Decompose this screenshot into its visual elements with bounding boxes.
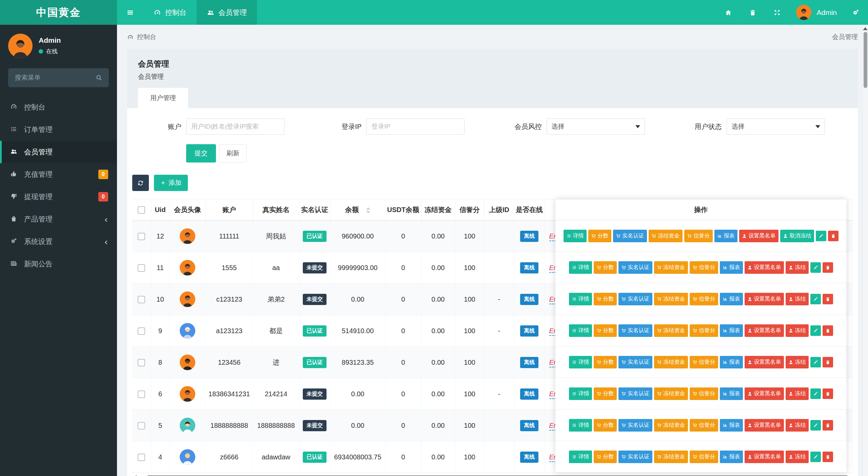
row-checkbox[interactable] xyxy=(138,233,145,240)
score-button[interactable]: 分数 xyxy=(594,419,617,432)
row-checkbox[interactable] xyxy=(138,264,145,272)
credit-button[interactable]: 信誉分 xyxy=(690,419,718,432)
delete-button[interactable] xyxy=(828,231,839,241)
credit-button[interactable]: 信誉分 xyxy=(690,261,718,274)
nav-item-0[interactable]: 控制台 xyxy=(143,0,197,25)
delete-button[interactable] xyxy=(823,262,833,273)
score-button[interactable]: 分数 xyxy=(588,230,611,242)
edit-button[interactable] xyxy=(810,325,821,336)
freeze-button[interactable]: 冻结 xyxy=(786,451,809,463)
edit-button[interactable] xyxy=(816,231,826,241)
reload-table-button[interactable] xyxy=(132,175,149,191)
report-button[interactable]: 报表 xyxy=(720,324,743,337)
blacklist-button[interactable]: 设置黑名单 xyxy=(745,324,784,337)
score-button[interactable]: 分数 xyxy=(594,356,617,368)
edit-button[interactable] xyxy=(810,262,821,273)
freeze-funds-button[interactable]: 冻结资金 xyxy=(654,387,688,400)
blacklist-button[interactable]: 设置黑名单 xyxy=(745,387,784,400)
scroll-up-arrow[interactable] xyxy=(863,27,868,30)
row-checkbox[interactable] xyxy=(138,391,145,398)
detail-button[interactable]: 详情 xyxy=(569,261,592,274)
sidebar-item-2[interactable]: 会员管理 xyxy=(0,141,117,163)
freeze-button[interactable]: 冻结 xyxy=(786,419,809,432)
refresh-button[interactable]: 刷新 xyxy=(219,144,247,163)
column-header-8[interactable]: 信誉分 xyxy=(455,199,484,221)
credit-button[interactable]: 信誉分 xyxy=(684,230,713,242)
edit-button[interactable] xyxy=(810,420,821,431)
freeze-button[interactable]: 冻结 xyxy=(786,293,809,305)
blacklist-button[interactable]: 设置黑名单 xyxy=(739,230,778,242)
freeze-funds-button[interactable]: 冻结资金 xyxy=(654,324,688,337)
sidebar-item-3[interactable]: 充值管理0 xyxy=(0,163,117,186)
detail-button[interactable]: 详情 xyxy=(569,356,592,368)
detail-button[interactable]: 详情 xyxy=(569,387,592,400)
navbar-user-menu[interactable]: Admin xyxy=(789,0,844,25)
sidebar-item-0[interactable]: 控制台 xyxy=(0,96,117,118)
risk-select[interactable]: 选择 xyxy=(547,118,645,135)
row-checkbox[interactable] xyxy=(138,422,145,430)
delete-button[interactable] xyxy=(823,294,833,304)
score-button[interactable]: 分数 xyxy=(594,293,617,305)
credit-button[interactable]: 信誉分 xyxy=(690,324,718,337)
sidebar-item-4[interactable]: 提现管理0 xyxy=(0,186,117,208)
clear-cache-button[interactable] xyxy=(741,0,765,25)
detail-button[interactable]: 详情 xyxy=(569,324,592,337)
unfreeze-button[interactable]: 取消冻结 xyxy=(780,230,814,242)
credit-button[interactable]: 信誉分 xyxy=(690,356,718,368)
row-checkbox[interactable] xyxy=(138,327,145,335)
credit-button[interactable]: 信誉分 xyxy=(690,451,718,463)
delete-button[interactable] xyxy=(823,325,833,336)
report-button[interactable]: 报表 xyxy=(720,387,743,400)
edit-button[interactable] xyxy=(810,357,821,367)
realname-button[interactable]: 实名认证 xyxy=(618,324,652,337)
freeze-funds-button[interactable]: 冻结资金 xyxy=(654,451,688,463)
sort-icon[interactable] xyxy=(366,207,370,213)
sidebar-search-input[interactable] xyxy=(8,68,109,87)
report-button[interactable]: 报表 xyxy=(720,261,743,274)
freeze-button[interactable]: 冻结 xyxy=(786,387,809,400)
column-header-2[interactable]: 账户 xyxy=(205,199,253,221)
realname-button[interactable]: 实名认证 xyxy=(618,356,652,368)
delete-button[interactable] xyxy=(823,388,833,399)
login-ip-input[interactable] xyxy=(366,118,465,135)
column-header-9[interactable]: 上级ID xyxy=(484,199,514,221)
delete-button[interactable] xyxy=(823,452,833,462)
edit-button[interactable] xyxy=(810,294,821,304)
column-header-1[interactable]: 会员头像 xyxy=(170,199,205,221)
detail-button[interactable]: 详情 xyxy=(569,293,592,305)
freeze-funds-button[interactable]: 冻结资金 xyxy=(654,293,688,305)
credit-button[interactable]: 信誉分 xyxy=(690,293,718,305)
score-button[interactable]: 分数 xyxy=(594,451,617,463)
report-button[interactable]: 报表 xyxy=(720,293,743,305)
freeze-funds-button[interactable]: 冻结资金 xyxy=(649,230,683,242)
tab-user-management[interactable]: 用户管理 xyxy=(138,88,188,108)
realname-button[interactable]: 实名认证 xyxy=(618,387,652,400)
detail-button[interactable]: 详情 xyxy=(569,451,592,463)
sidebar-item-6[interactable]: 系统设置 xyxy=(0,230,117,253)
score-button[interactable]: 分数 xyxy=(594,261,617,274)
blacklist-button[interactable]: 设置黑名单 xyxy=(745,356,784,368)
freeze-funds-button[interactable]: 冻结资金 xyxy=(654,356,688,368)
blacklist-button[interactable]: 设置黑名单 xyxy=(745,419,784,432)
select-all-checkbox[interactable] xyxy=(138,206,145,214)
realname-button[interactable]: 实名认证 xyxy=(618,293,652,305)
column-header-6[interactable]: USDT余额 xyxy=(385,199,421,221)
breadcrumb-left[interactable]: 控制台 xyxy=(127,33,156,41)
freeze-funds-button[interactable]: 冻结资金 xyxy=(654,419,688,432)
credit-button[interactable]: 信誉分 xyxy=(690,387,718,400)
column-header-3[interactable]: 真实姓名 xyxy=(253,199,299,221)
realname-button[interactable]: 实名认证 xyxy=(613,230,647,242)
blacklist-button[interactable]: 设置黑名单 xyxy=(745,261,784,274)
report-button[interactable]: 报表 xyxy=(714,230,737,242)
column-header-10[interactable]: 是否在线 xyxy=(514,199,545,221)
settings-button[interactable] xyxy=(844,0,868,25)
sidebar-item-1[interactable]: 订单管理 xyxy=(0,118,117,141)
column-header-0[interactable]: Uid xyxy=(151,199,170,221)
delete-button[interactable] xyxy=(823,420,833,431)
submit-button[interactable]: 提交 xyxy=(186,144,216,163)
realname-button[interactable]: 实名认证 xyxy=(618,419,652,432)
report-button[interactable]: 报表 xyxy=(720,419,743,432)
score-button[interactable]: 分数 xyxy=(594,324,617,337)
column-header-7[interactable]: 冻结资金 xyxy=(421,199,455,221)
edit-button[interactable] xyxy=(810,452,821,462)
